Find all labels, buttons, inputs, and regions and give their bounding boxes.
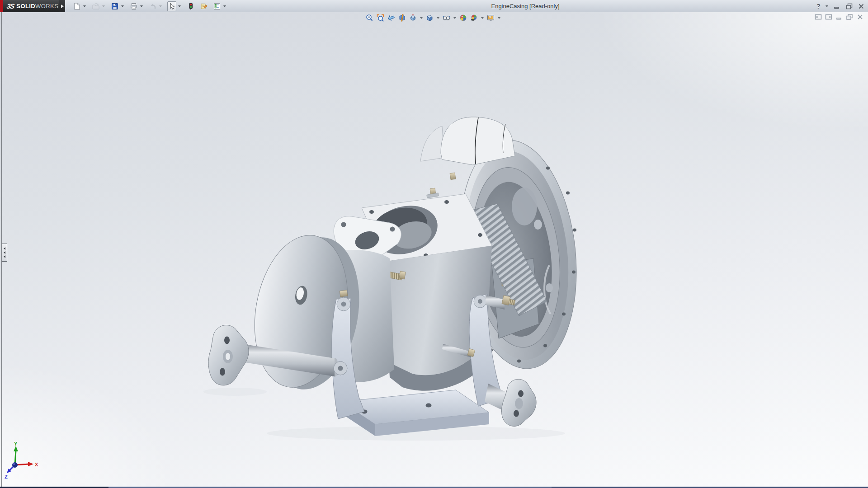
display-style-icon xyxy=(426,14,434,22)
close-button[interactable] xyxy=(857,2,865,10)
section-view-button[interactable] xyxy=(397,13,407,22)
zoom-to-fit-icon xyxy=(366,14,373,22)
pane-left-button[interactable] xyxy=(815,14,822,20)
graphics-viewport[interactable]: Y X Z *Dimetric xyxy=(0,12,868,488)
glasses-icon xyxy=(443,14,450,22)
appearance-ball-icon xyxy=(459,14,467,22)
doc-restore-button[interactable] xyxy=(846,14,853,20)
save-button[interactable] xyxy=(110,1,119,11)
print-icon xyxy=(130,3,137,10)
hide-show-items-button[interactable] xyxy=(441,13,451,22)
undo-icon xyxy=(149,3,156,10)
new-document-dropdown[interactable] xyxy=(81,1,87,11)
minimize-button[interactable] xyxy=(833,2,841,10)
featuremanager-collapse-tab[interactable] xyxy=(2,244,7,262)
minimize-icon xyxy=(834,3,840,9)
3ds-logo-icon: 3S xyxy=(6,2,15,10)
z-axis-label: Z xyxy=(5,474,8,479)
section-view-icon xyxy=(398,14,406,22)
zoom-to-area-icon xyxy=(377,14,384,22)
title-bar: 3S SOLIDWORKS xyxy=(0,0,868,13)
hide-show-items-dropdown[interactable] xyxy=(452,13,457,22)
doc-restore-icon xyxy=(846,14,853,20)
pane-left-icon xyxy=(815,14,822,20)
apply-scene-button[interactable] xyxy=(469,13,479,22)
save-icon xyxy=(111,3,118,10)
right-arrow-icon xyxy=(61,5,66,8)
view-orientation-dropdown[interactable] xyxy=(419,13,424,22)
left-arrow-icon xyxy=(2,251,5,254)
left-arrow-icon xyxy=(2,255,5,258)
select-cursor-icon xyxy=(168,3,175,10)
heads-up-view-toolbar xyxy=(364,13,501,22)
zoom-to-area-button[interactable] xyxy=(375,13,385,22)
standard-toolbar xyxy=(72,0,227,12)
help-dropdown[interactable] xyxy=(825,1,829,11)
previous-view-icon xyxy=(387,14,395,22)
display-style-button[interactable] xyxy=(425,13,434,22)
apply-scene-dropdown[interactable] xyxy=(480,13,485,22)
open-document-icon xyxy=(92,3,99,10)
pane-right-icon xyxy=(825,14,832,20)
x-axis-label: X xyxy=(35,462,38,467)
reference-triad: Y X Z xyxy=(3,441,48,487)
file-properties-button[interactable] xyxy=(199,1,208,11)
open-document-button[interactable] xyxy=(91,1,100,11)
document-window-controls xyxy=(815,14,863,20)
engine-casing-geometry xyxy=(203,117,587,441)
window-title: EngineCasing [Read-only] xyxy=(491,0,559,12)
apply-scene-icon xyxy=(470,14,478,22)
restore-icon xyxy=(846,3,853,9)
print-button[interactable] xyxy=(129,1,138,11)
restore-button[interactable] xyxy=(845,2,853,10)
file-properties-icon xyxy=(200,3,208,10)
undo-dropdown[interactable] xyxy=(157,1,163,11)
doc-minimize-button[interactable] xyxy=(835,14,843,20)
pane-right-button[interactable] xyxy=(825,14,832,20)
doc-minimize-icon xyxy=(836,14,843,20)
print-dropdown[interactable] xyxy=(138,1,144,11)
undo-button[interactable] xyxy=(148,1,157,11)
view-orientation-button[interactable] xyxy=(408,13,418,22)
options-icon xyxy=(213,3,221,10)
traffic-light-icon xyxy=(187,3,194,10)
options-button[interactable] xyxy=(212,1,222,11)
y-axis-label: Y xyxy=(14,441,18,446)
new-document-icon xyxy=(73,3,80,10)
brand-red-stripe xyxy=(0,0,3,12)
rebuild-button[interactable] xyxy=(186,1,195,11)
select-button[interactable] xyxy=(167,1,176,11)
display-style-dropdown[interactable] xyxy=(435,13,440,22)
doc-close-icon xyxy=(857,14,863,20)
menu-flyout-arrow[interactable] xyxy=(59,0,65,12)
doc-close-button[interactable] xyxy=(856,14,863,20)
view-settings-button[interactable] xyxy=(486,13,495,22)
brand-name: SOLIDWORKS xyxy=(16,3,58,9)
view-settings-icon xyxy=(487,14,495,22)
left-arrow-icon xyxy=(2,247,5,250)
solidworks-window: 3S SOLIDWORKS xyxy=(0,0,868,488)
options-dropdown[interactable] xyxy=(222,1,227,11)
view-orientation-icon xyxy=(409,14,417,22)
help-button[interactable]: ? xyxy=(816,2,821,10)
zoom-to-fit-button[interactable] xyxy=(364,13,374,22)
close-icon xyxy=(858,3,864,9)
engine-casing-model[interactable] xyxy=(0,12,868,488)
edit-appearance-button[interactable] xyxy=(458,13,468,22)
previous-view-button[interactable] xyxy=(386,13,396,22)
new-document-button[interactable] xyxy=(72,1,81,11)
solidworks-logo: 3S SOLIDWORKS xyxy=(3,0,59,12)
open-document-dropdown[interactable] xyxy=(100,1,106,11)
window-controls: ? xyxy=(816,0,865,12)
view-settings-dropdown[interactable] xyxy=(496,13,501,22)
save-dropdown[interactable] xyxy=(119,1,125,11)
select-dropdown[interactable] xyxy=(176,1,182,11)
